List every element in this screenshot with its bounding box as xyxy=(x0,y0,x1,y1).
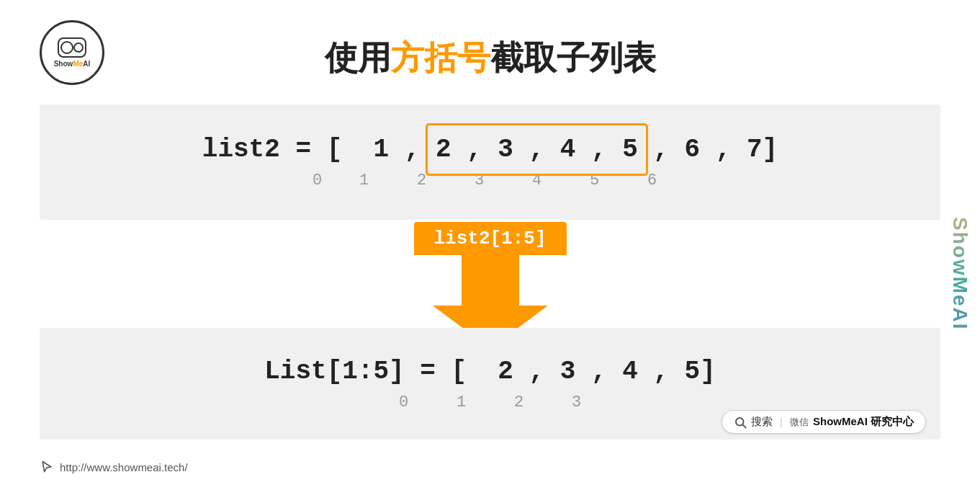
code-elem-4: 5 xyxy=(622,135,638,164)
code-elem-5: 6 xyxy=(685,135,701,164)
top-indices-row: 0 1 2 3 4 5 6 xyxy=(299,172,680,190)
code-assign: = xyxy=(280,135,327,164)
arrow-body xyxy=(462,255,519,306)
bottom-indices-row: 0 1 2 3 xyxy=(375,393,606,411)
code-comma4: , xyxy=(638,135,685,164)
code-comma3: , xyxy=(575,135,622,164)
bottom-index-1: 1 xyxy=(433,393,490,411)
bottom-comma2: , xyxy=(638,357,685,386)
code-comma2: , xyxy=(513,135,560,164)
top-code-block: list2 = [ 1 , 2 , 3 , 4 , 5 , 6 , 7 xyxy=(40,104,940,220)
search-wechat-label: 微信 xyxy=(790,416,809,429)
bottom-comma1: , xyxy=(575,357,622,386)
top-code-wrapper: list2 = [ 1 , 2 , 3 , 4 , 5 , 6 , 7 xyxy=(202,135,778,190)
code-elem-1: 2 xyxy=(436,135,451,164)
bottom-code-line: List[1:5] = [ 2 , 3 , 4 , 5 ] xyxy=(264,357,716,386)
top-index-1: 1 xyxy=(335,172,392,190)
bottom-index-0: 0 xyxy=(375,393,433,411)
search-brand: ShowMeAI 研究中心 xyxy=(813,415,914,429)
bottom-assign: = xyxy=(405,357,451,386)
bottom-elem-2: 4 xyxy=(622,357,638,386)
title-highlight: 方括号 xyxy=(391,39,490,76)
bottom-space1 xyxy=(467,357,498,386)
code-comma0: , xyxy=(389,135,436,164)
watermark: ShowMeAI xyxy=(948,101,971,447)
top-index-0: 0 xyxy=(299,172,335,190)
top-index-5: 5 xyxy=(565,172,623,190)
bottom-elem-1: 3 xyxy=(560,357,576,386)
code-elem-0: 1 xyxy=(373,135,389,164)
top-index-6: 6 xyxy=(623,172,680,190)
top-index-4: 4 xyxy=(508,172,565,190)
bottom-index-2: 2 xyxy=(490,393,548,411)
bottom-code-wrapper: List[1:5] = [ 2 , 3 , 4 , 5 ] 0 1 2 3 xyxy=(264,357,716,411)
top-index-3: 3 xyxy=(450,172,508,190)
code-comma1: , xyxy=(451,135,498,164)
arrow-label: list2[1:5] xyxy=(413,222,566,255)
code-elem-2: 3 xyxy=(498,135,513,164)
bottom-bracket-open: [ xyxy=(451,357,467,386)
search-icon xyxy=(734,416,747,429)
code-elem-3: 4 xyxy=(560,135,576,164)
search-bar[interactable]: 搜索 | 微信 ShowMeAI 研究中心 xyxy=(721,410,926,434)
bottom-elem-0: 2 xyxy=(498,357,513,386)
bottom-elem-3: 5 xyxy=(685,357,701,386)
title-prefix: 使用 xyxy=(325,39,391,76)
bottom-comma0: , xyxy=(513,357,560,386)
code-varname: list2 xyxy=(202,135,280,164)
bottom-index-3: 3 xyxy=(548,393,606,411)
search-divider: | xyxy=(780,416,783,428)
top-code-line: list2 = [ 1 , 2 , 3 , 4 , 5 , 6 , 7 xyxy=(202,135,778,164)
footer-url: http://www.showmeai.tech/ xyxy=(60,461,188,473)
code-bracket-open: [ xyxy=(327,135,343,164)
svg-line-1 xyxy=(742,424,745,427)
code-space1 xyxy=(342,135,373,164)
search-text: 搜索 xyxy=(751,415,773,429)
top-index-2: 2 xyxy=(392,172,450,190)
code-bracket-close: ] xyxy=(763,135,778,164)
code-row: list2 = [ 1 , 2 , 3 , 4 , 5 , 6 , 7 xyxy=(202,135,778,164)
footer-link[interactable]: http://www.showmeai.tech/ xyxy=(40,460,188,474)
code-comma5: , xyxy=(700,135,747,164)
bottom-bracket-close: ] xyxy=(700,357,716,386)
bottom-varname: List[1:5] xyxy=(264,357,404,386)
title-suffix: 截取子列表 xyxy=(490,39,656,76)
code-elem-6: 7 xyxy=(747,135,763,164)
cursor-icon xyxy=(40,460,54,474)
page-title: 使用方括号截取子列表 xyxy=(0,36,980,81)
